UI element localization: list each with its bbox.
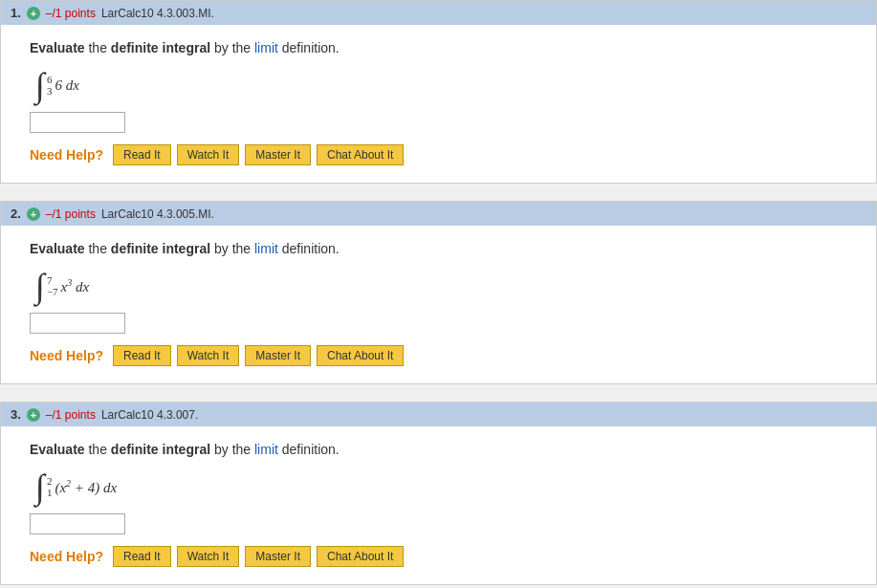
watch-it-button-2[interactable]: Watch It (177, 345, 240, 366)
problem-2: 2. + –/1 points LarCalc10 4.3.005.MI. Ev… (0, 201, 877, 384)
read-it-button-3[interactable]: Read It (113, 546, 171, 567)
need-help-row-1: Need Help? Read It Watch It Master It Ch… (30, 144, 857, 165)
integral-symbol-1: ∫ (35, 68, 45, 102)
problem-1-integral: ∫ 6 3 6 dx (35, 68, 857, 102)
answer-input-1[interactable] (30, 112, 125, 133)
problem-1-header: 1. + –/1 points LarCalc10 4.3.003.MI. (1, 1, 876, 25)
plus-icon-3[interactable]: + (27, 408, 40, 422)
answer-input-3[interactable] (30, 513, 125, 534)
need-help-label-2: Need Help? (30, 348, 103, 363)
master-it-button-1[interactable]: Master It (245, 144, 311, 165)
watch-it-button-3[interactable]: Watch It (177, 546, 240, 567)
read-it-button-2[interactable]: Read It (113, 345, 171, 366)
problem-2-id: LarCalc10 4.3.005.MI. (101, 207, 214, 221)
problem-3: 3. + –/1 points LarCalc10 4.3.007. Evalu… (0, 402, 877, 585)
integral-upper-2: 7 (47, 274, 53, 286)
problem-3-header: 3. + –/1 points LarCalc10 4.3.007. (1, 403, 876, 426)
problem-2-header: 2. + –/1 points LarCalc10 4.3.005.MI. (1, 202, 876, 226)
integral-lower-3: 1 (47, 487, 53, 498)
integral-upper-1: 6 (47, 74, 53, 85)
integral-expr-3: (x2 + 4) dx (55, 478, 117, 496)
need-help-label-3: Need Help? (30, 549, 103, 564)
integral-limits-2: 7 −7 (45, 274, 58, 297)
instruction-evaluate: Evaluate the definite integral by the li… (30, 40, 340, 55)
master-it-button-3[interactable]: Master It (245, 546, 311, 567)
problem-2-points: –/1 points (46, 207, 96, 221)
need-help-row-2: Need Help? Read It Watch It Master It Ch… (30, 345, 857, 366)
integral-limits-3: 2 1 (45, 475, 53, 498)
integral-symbol-2: ∫ (35, 269, 45, 303)
answer-input-2[interactable] (30, 313, 125, 334)
integral-lower-2: −7 (47, 286, 58, 297)
problem-3-instruction: Evaluate the definite integral by the li… (30, 440, 857, 460)
integral-limits-1: 6 3 (45, 74, 53, 97)
problem-3-id: LarCalc10 4.3.007. (101, 408, 198, 422)
chat-about-it-button-2[interactable]: Chat About It (317, 345, 404, 366)
problem-1-body: Evaluate the definite integral by the li… (1, 25, 876, 183)
master-it-button-2[interactable]: Master It (245, 345, 311, 366)
problem-3-body: Evaluate the definite integral by the li… (1, 426, 876, 584)
plus-icon-2[interactable]: + (27, 207, 40, 221)
problem-1: 1. + –/1 points LarCalc10 4.3.003.MI. Ev… (0, 0, 877, 184)
problem-3-number: 3. (11, 407, 21, 422)
chat-about-it-button-3[interactable]: Chat About It (317, 546, 404, 567)
problem-2-body: Evaluate the definite integral by the li… (1, 226, 876, 383)
problem-1-points: –/1 points (46, 7, 96, 20)
problem-1-id: LarCalc10 4.3.003.MI. (101, 7, 214, 20)
problem-3-points: –/1 points (46, 408, 96, 422)
problem-2-instruction: Evaluate the definite integral by the li… (30, 239, 857, 259)
instruction-evaluate-3: Evaluate the definite integral by the li… (30, 442, 340, 457)
need-help-label-1: Need Help? (30, 147, 103, 163)
integral-expr-2: x3 dx (61, 277, 90, 295)
problem-1-instruction: Evaluate the definite integral by the li… (30, 38, 857, 58)
need-help-row-3: Need Help? Read It Watch It Master It Ch… (30, 546, 857, 567)
instruction-evaluate-2: Evaluate the definite integral by the li… (30, 241, 340, 256)
plus-icon-1[interactable]: + (27, 7, 40, 20)
integral-symbol-3: ∫ (35, 469, 45, 504)
integral-expr-1: 6 dx (55, 77, 78, 94)
problem-3-integral: ∫ 2 1 (x2 + 4) dx (35, 469, 857, 504)
problem-2-number: 2. (11, 207, 21, 221)
chat-about-it-button-1[interactable]: Chat About It (317, 144, 404, 165)
integral-lower-1: 3 (47, 85, 53, 97)
problem-1-number: 1. (11, 6, 21, 20)
read-it-button-1[interactable]: Read It (113, 144, 171, 165)
integral-upper-3: 2 (47, 475, 53, 487)
problem-2-integral: ∫ 7 −7 x3 dx (35, 269, 857, 303)
watch-it-button-1[interactable]: Watch It (177, 144, 240, 165)
